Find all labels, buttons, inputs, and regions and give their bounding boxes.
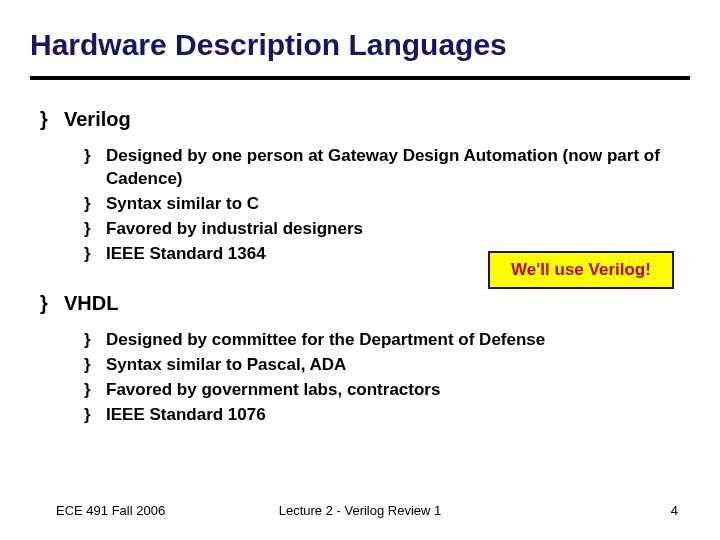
bullet-icon: } [84,329,106,352]
item-text: IEEE Standard 1076 [106,404,690,427]
sub-list: } Designed by committee for the Departme… [40,329,690,427]
item-text: Syntax similar to C [106,193,690,216]
list-item: } IEEE Standard 1076 [84,404,690,427]
list-item: } Designed by committee for the Departme… [84,329,690,352]
bullet-icon: } [84,218,106,241]
item-text: Designed by one person at Gateway Design… [106,145,690,191]
callout-box: We'll use Verilog! [488,251,674,289]
item-text: Favored by government labs, contractors [106,379,690,402]
bullet-icon: } [40,292,64,315]
bullet-icon: } [84,404,106,427]
item-text: Syntax similar to Pascal, ADA [106,354,690,377]
section-heading: } Verilog [40,108,690,131]
list-item: } Syntax similar to C [84,193,690,216]
section-heading: } VHDL [40,292,690,315]
item-text: Designed by committee for the Department… [106,329,690,352]
bullet-icon: } [84,379,106,402]
item-text: Favored by industrial designers [106,218,690,241]
footer-center: Lecture 2 - Verilog Review 1 [279,503,442,518]
callout-text: We'll use Verilog! [511,260,651,280]
title-rule [30,76,690,80]
bullet-icon: } [84,243,106,266]
section-vhdl: } VHDL } Designed by committee for the D… [40,292,690,427]
section-heading-text: Verilog [64,108,131,131]
footer-left: ECE 491 Fall 2006 [56,503,165,518]
section-verilog: } Verilog } Designed by one person at Ga… [40,108,690,266]
list-item: } Favored by government labs, contractor… [84,379,690,402]
page-number: 4 [671,503,678,518]
bullet-icon: } [84,145,106,168]
list-item: } Favored by industrial designers [84,218,690,241]
bullet-icon: } [84,193,106,216]
sub-list: } Designed by one person at Gateway Desi… [40,145,690,266]
section-heading-text: VHDL [64,292,118,315]
list-item: } Designed by one person at Gateway Desi… [84,145,690,191]
list-item: } Syntax similar to Pascal, ADA [84,354,690,377]
slide: Hardware Description Languages } Verilog… [0,0,720,540]
bullet-icon: } [40,108,64,131]
bullet-icon: } [84,354,106,377]
slide-title: Hardware Description Languages [30,28,690,62]
slide-footer: ECE 491 Fall 2006 Lecture 2 - Verilog Re… [0,503,720,518]
